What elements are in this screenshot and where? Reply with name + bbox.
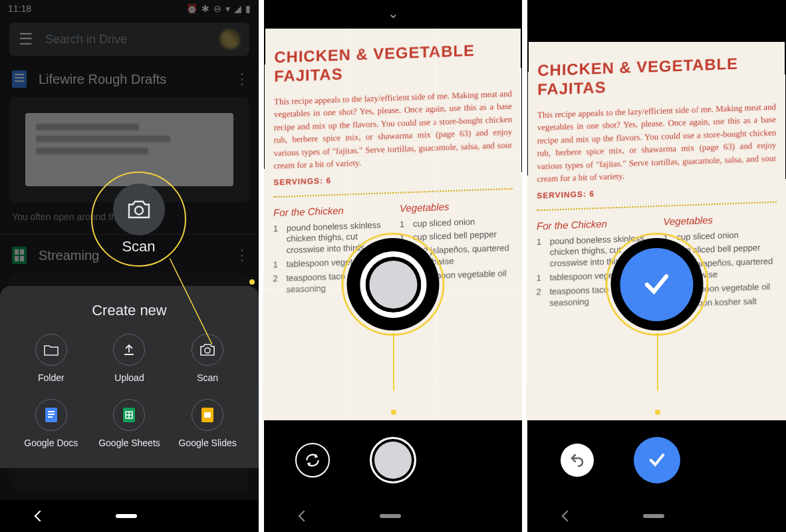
callout-dot <box>391 410 396 415</box>
camera-preview: CHICKEN & VEGETABLEFAJITAS This recipe a… <box>263 29 523 422</box>
svg-rect-10 <box>204 412 211 418</box>
nav-back[interactable] <box>299 511 310 522</box>
svg-point-0 <box>205 348 210 353</box>
nav-home[interactable] <box>643 514 664 518</box>
rotate-camera-button[interactable] <box>295 443 330 477</box>
create-docs[interactable]: Google Docs <box>12 399 90 448</box>
confirm-button[interactable] <box>634 437 680 483</box>
undo-button[interactable] <box>561 444 594 477</box>
create-slides[interactable]: Google Slides <box>168 399 247 448</box>
chevron-down-icon[interactable]: ⌄ <box>264 0 522 27</box>
scan-result-view: CHICKEN & VEGETABLEFAJITAS This recipe a… <box>527 0 786 500</box>
nav-home[interactable] <box>380 514 401 518</box>
scan-preview: CHICKEN & VEGETABLEFAJITAS This recipe a… <box>526 42 786 422</box>
recipe-servings: SERVINGS: 6 <box>537 182 776 200</box>
gslides-icon <box>192 399 223 431</box>
folder-icon <box>35 334 67 366</box>
recipe-title: CHICKEN & VEGETABLEFAJITAS <box>274 40 511 86</box>
upload-icon <box>113 334 145 366</box>
scan-camera-icon <box>192 334 223 366</box>
gdocs-icon <box>35 399 67 431</box>
nav-home[interactable] <box>116 514 137 518</box>
recipe-title: CHICKEN & VEGETABLEFAJITAS <box>537 53 776 99</box>
camera-controls <box>264 420 522 500</box>
drive-screen: 11:18 ⏰ ✱ ⊖ ▾ ◢ ▮ ☰ Search in Drive Life… <box>0 0 259 500</box>
gsheets-icon <box>113 399 145 431</box>
svg-rect-4 <box>48 416 53 418</box>
nav-bar <box>527 500 786 532</box>
callout-dot <box>655 410 660 415</box>
create-sheets[interactable]: Google Sheets <box>90 399 169 448</box>
svg-rect-3 <box>48 414 55 415</box>
recipe-servings: SERVINGS: 6 <box>273 170 512 187</box>
create-scan[interactable]: Scan <box>168 334 247 383</box>
nav-back[interactable] <box>562 511 573 522</box>
phone-scanner-confirm: CHICKEN & VEGETABLEFAJITAS This recipe a… <box>522 0 786 532</box>
create-new-sheet: Create new Folder Upload Scan Googl <box>0 286 259 468</box>
phone-drive: 11:18 ⏰ ✱ ⊖ ▾ ◢ ▮ ☰ Search in Drive Life… <box>0 0 259 532</box>
sheet-grid: Folder Upload Scan Google Docs Go <box>0 334 259 448</box>
nav-bar <box>0 500 259 532</box>
nav-back[interactable] <box>35 511 46 522</box>
create-upload[interactable]: Upload <box>90 334 169 383</box>
phone-scanner-capture: ⌄ CHICKEN & VEGETABLEFAJITAS This recipe… <box>259 0 522 532</box>
svg-rect-2 <box>48 411 55 412</box>
nav-bar <box>264 500 522 532</box>
recipe-desc: This recipe appeals to the lazy/efficien… <box>537 100 776 186</box>
callout-dot <box>249 279 255 285</box>
create-folder[interactable]: Folder <box>12 334 90 383</box>
shutter-button[interactable] <box>370 437 416 483</box>
camera-view: ⌄ CHICKEN & VEGETABLEFAJITAS This recipe… <box>264 0 522 500</box>
sheet-title: Create new <box>0 302 259 319</box>
confirm-controls <box>527 420 786 500</box>
recipe-desc: This recipe appeals to the lazy/efficien… <box>273 87 512 172</box>
